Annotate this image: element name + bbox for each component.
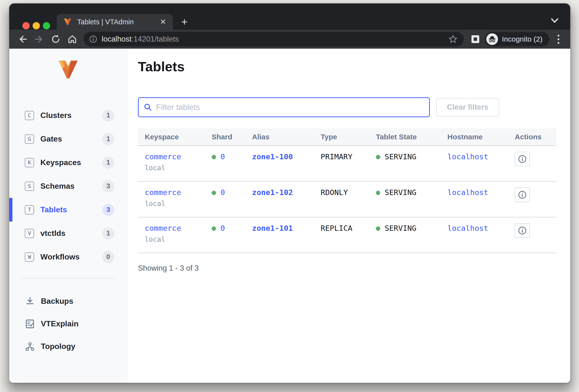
shard-link[interactable]: 0 — [220, 152, 225, 161]
shard-status-dot — [212, 226, 216, 231]
actions-cell — [515, 224, 556, 253]
tab-strip: Tablets | VTAdmin ✕ + — [9, 3, 570, 30]
url-host: localhost — [102, 35, 131, 43]
site-info-icon[interactable] — [89, 35, 97, 43]
close-window-button[interactable] — [22, 22, 30, 29]
keyspace-link[interactable]: commerce — [145, 188, 212, 197]
alias-link[interactable]: zone1-100 — [252, 152, 293, 161]
alias-link[interactable]: zone1-102 — [252, 188, 293, 197]
filter-row: Clear filters — [138, 97, 570, 117]
minimize-window-button[interactable] — [33, 22, 40, 29]
filter-tablets-input[interactable] — [156, 103, 424, 112]
results-summary: Showing 1 - 3 of 3 — [138, 264, 570, 273]
vitess-logo — [9, 59, 127, 80]
table-row: commerce local 0 zone1-101 REPLICA SERVI… — [138, 217, 556, 253]
type-cell: REPLICA — [321, 224, 376, 253]
tab-close-icon[interactable]: ✕ — [159, 17, 167, 26]
shard-status-dot — [212, 155, 216, 159]
sidebar-item-gates[interactable]: G Gates 1 — [9, 127, 127, 151]
hostname-link[interactable]: localhost — [447, 188, 488, 197]
sidebar-item-tablets[interactable]: T Tablets 3 — [9, 198, 127, 222]
alias-link[interactable]: zone1-101 — [252, 224, 293, 232]
info-icon — [518, 190, 527, 199]
sidebar-item-workflows[interactable]: W Workflows 0 — [9, 245, 127, 269]
keyspace-link[interactable]: commerce — [145, 224, 212, 232]
sidebar: C Clusters 1 G Gates 1 K Keyspaces 1 S S… — [9, 49, 127, 383]
tab-search-chevron-icon[interactable] — [550, 17, 560, 24]
hostname-cell: localhost — [447, 188, 515, 217]
sidebar-item-schemas[interactable]: S Schemas 3 — [9, 174, 127, 198]
address-bar[interactable]: localhost:14201/tablets — [84, 32, 464, 46]
sidebar-item-topology[interactable]: Topology — [9, 335, 127, 358]
info-icon — [518, 154, 527, 164]
state-cell: SERVING — [376, 188, 447, 217]
window-controls — [22, 22, 50, 29]
filter-box — [138, 97, 430, 117]
reload-button[interactable] — [49, 32, 63, 46]
side-panel-icon — [471, 35, 479, 43]
state-cell: SERVING — [376, 224, 447, 253]
keyspace-cell: commerce local — [145, 188, 212, 217]
alias-cell: zone1-101 — [252, 224, 321, 253]
home-button[interactable] — [65, 32, 79, 46]
vtexplain-icon — [24, 319, 36, 329]
type-cell: RDONLY — [321, 188, 376, 217]
browser-menu-button[interactable] — [553, 32, 564, 46]
bookmark-star-icon[interactable] — [448, 35, 458, 44]
serving-status-dot — [376, 226, 380, 231]
vtctlds-letter-icon: V — [25, 229, 34, 238]
shard-link[interactable]: 0 — [220, 224, 225, 232]
tablet-info-button[interactable] — [515, 152, 530, 166]
column-header-shard: Shard — [212, 133, 252, 141]
hostname-link[interactable]: localhost — [447, 224, 488, 232]
keyspace-cell: commerce local — [145, 152, 212, 181]
page-content: C Clusters 1 G Gates 1 K Keyspaces 1 S S… — [9, 49, 570, 383]
state-cell: SERVING — [376, 152, 447, 181]
keyspace-cell: commerce local — [145, 224, 212, 253]
table-row: commerce local 0 zone1-100 PRIMARY SERVI… — [138, 146, 556, 182]
browser-tab-tablets[interactable]: Tablets | VTAdmin ✕ — [57, 14, 173, 30]
serving-status-dot — [376, 191, 380, 195]
back-button[interactable] — [15, 32, 30, 46]
hostname-cell: localhost — [447, 152, 515, 181]
forward-button[interactable] — [32, 32, 46, 46]
url-path: :14201/tablets — [131, 35, 179, 43]
tablet-info-button[interactable] — [515, 223, 530, 238]
column-header-actions: Actions — [515, 133, 556, 141]
gates-letter-icon: G — [25, 134, 34, 144]
shard-cell: 0 — [212, 224, 252, 253]
new-tab-button[interactable]: + — [178, 15, 191, 29]
main-panel: Tablets Clear filters Keyspace Shard Ali… — [127, 49, 570, 383]
sidebar-item-keyspaces[interactable]: K Keyspaces 1 — [9, 151, 127, 174]
shard-link[interactable]: 0 — [220, 188, 225, 197]
fullscreen-window-button[interactable] — [43, 22, 50, 29]
column-header-tablet-state: Tablet State — [376, 133, 447, 141]
sidebar-item-clusters[interactable]: C Clusters 1 — [9, 104, 127, 127]
sidebar-item-backups[interactable]: Backups — [9, 290, 127, 313]
cluster-label: local — [145, 164, 212, 172]
search-icon — [144, 103, 152, 112]
sidebar-item-vtexplain[interactable]: VTExplain — [9, 313, 127, 335]
clusters-letter-icon: C — [25, 111, 34, 120]
incognito-label: Incognito (2) — [502, 35, 543, 43]
vtctlds-count-badge: 1 — [102, 227, 114, 240]
clusters-count-badge: 1 — [102, 109, 114, 122]
table-header-row: Keyspace Shard Alias Type Tablet State H… — [138, 129, 556, 146]
table-row: commerce local 0 zone1-102 RDONLY SERVIN… — [138, 182, 556, 217]
info-icon — [518, 226, 527, 235]
side-panel-button[interactable] — [468, 32, 482, 46]
sidebar-item-vtctlds[interactable]: V vtctlds 1 — [9, 222, 127, 245]
tablets-table: Keyspace Shard Alias Type Tablet State H… — [138, 129, 556, 253]
tab-title: Tablets | VTAdmin — [77, 18, 159, 26]
shard-cell: 0 — [212, 152, 252, 181]
actions-cell — [515, 188, 556, 217]
tablet-info-button[interactable] — [515, 188, 530, 202]
browser-window: Tablets | VTAdmin ✕ + — [9, 3, 570, 383]
tablets-count-badge: 3 — [102, 204, 114, 216]
clear-filters-button[interactable]: Clear filters — [436, 98, 499, 117]
hostname-link[interactable]: localhost — [447, 152, 488, 161]
tablets-letter-icon: T — [25, 205, 34, 214]
type-cell: PRIMARY — [321, 152, 376, 181]
hostname-cell: localhost — [447, 224, 515, 253]
keyspace-link[interactable]: commerce — [145, 152, 212, 161]
